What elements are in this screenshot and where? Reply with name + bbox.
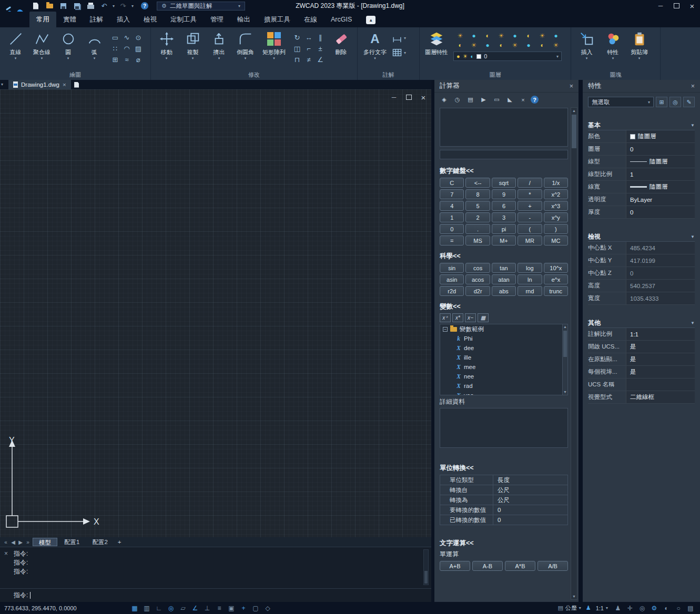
draw-small-tool-icon[interactable]: ∿ xyxy=(121,32,133,43)
unit-row-value[interactable]: 0 xyxy=(493,505,567,515)
calculator-toolbar-icon[interactable]: ◷ xyxy=(452,95,463,104)
calc-key[interactable]: rnd xyxy=(518,286,542,296)
calc-key[interactable]: = xyxy=(440,236,464,245)
chevron-down-icon[interactable] xyxy=(638,56,641,60)
tool-polyline[interactable]: 聚合線 xyxy=(29,29,55,60)
panel-label-layers[interactable]: 圖層 xyxy=(420,71,571,80)
status-toggle-icon[interactable]: ▥ xyxy=(141,603,152,612)
doc-minimize-icon[interactable] xyxy=(390,94,398,101)
layer-state-icon[interactable]: ☀ xyxy=(549,40,563,50)
calculator-toolbar-icon[interactable]: ◣ xyxy=(504,95,515,104)
drawing-canvas[interactable]: Y X xyxy=(0,89,431,537)
variable-item[interactable]: X dee xyxy=(440,343,562,353)
text-op-key[interactable]: A/B xyxy=(537,561,568,571)
calc-key[interactable]: ( xyxy=(518,224,542,234)
selection-tool-icon[interactable]: ◎ xyxy=(669,97,681,107)
layer-state-icon[interactable]: ☀ xyxy=(508,40,522,50)
modify-small-tool-icon[interactable]: ∠ xyxy=(315,54,326,65)
status-toggle-icon[interactable]: ≡ xyxy=(214,603,225,612)
tool-line[interactable]: 直線 xyxy=(3,29,28,60)
prop-row[interactable]: 中心點 X 485.4234 xyxy=(588,242,695,254)
chevron-down-icon[interactable] xyxy=(374,56,376,60)
unit-row-value[interactable]: 公尺 xyxy=(493,485,567,495)
modify-small-tool-icon[interactable]: ↔ xyxy=(303,32,315,43)
calc-key[interactable]: 1 xyxy=(440,212,464,222)
panel-label-block[interactable]: 圖塊 xyxy=(571,71,660,80)
calc-key[interactable]: trunc xyxy=(544,286,568,296)
tool-insert-block[interactable]: 插入 xyxy=(574,29,600,60)
draw-small-tool-icon[interactable]: ≈ xyxy=(121,54,133,65)
chevron-down-icon[interactable] xyxy=(586,56,588,60)
layer-state-icon[interactable]: ◐ xyxy=(481,31,494,40)
prop-row-lineweight[interactable]: 線寬 隨圖層 xyxy=(588,181,695,193)
tab-layout[interactable]: 配置2 xyxy=(86,538,113,546)
prop-row[interactable]: 註解比例 1:1 xyxy=(588,328,695,341)
layer-state-icon[interactable]: ● xyxy=(508,31,522,40)
text-op-key[interactable]: A*B xyxy=(505,561,535,571)
calc-key[interactable]: / xyxy=(518,178,542,188)
calc-key[interactable]: - xyxy=(518,212,542,222)
tool-extrude[interactable]: 擠出 xyxy=(206,29,232,60)
calc-key[interactable]: acos xyxy=(465,274,490,284)
modify-small-tool-icon[interactable]: ◫ xyxy=(291,43,303,54)
tool-clipboard[interactable]: 剪貼簿 xyxy=(626,29,652,60)
status-tool-icon[interactable]: ▤ xyxy=(685,603,696,612)
layer-state-icon[interactable]: ◐ xyxy=(453,40,467,50)
prop-row[interactable]: 在原點顯... 是 xyxy=(588,353,695,366)
status-tool-icon[interactable]: ◐ xyxy=(661,603,672,612)
prop-row-color[interactable]: 顏色 隨圖層 xyxy=(588,130,695,143)
maximize-button[interactable] xyxy=(668,0,684,12)
chevron-down-icon[interactable] xyxy=(218,56,220,60)
prop-row-thickness[interactable]: 厚度 0 xyxy=(588,206,695,219)
ribbon-tab[interactable]: 註解 xyxy=(83,12,110,27)
chevron-down-icon[interactable] xyxy=(15,56,17,60)
prop-row[interactable]: UCS 名稱 xyxy=(588,378,695,391)
chevron-down-icon[interactable] xyxy=(166,56,168,60)
collapse-icon[interactable] xyxy=(691,123,695,128)
panel-label-draw[interactable]: 繪圖 xyxy=(0,71,150,80)
selection-dropdown[interactable]: 無選取 xyxy=(588,97,654,107)
ribbon-tab[interactable]: 定制工具 xyxy=(164,12,204,27)
redo-icon[interactable] xyxy=(118,2,128,10)
help-icon[interactable] xyxy=(141,2,148,9)
panel-label-modify[interactable]: 修改 xyxy=(151,71,357,80)
calc-key[interactable]: e^x xyxy=(544,274,568,284)
layer-state-icon[interactable]: ● xyxy=(467,31,481,40)
calc-key[interactable]: asin xyxy=(440,274,464,284)
variable-item[interactable]: X rad xyxy=(440,381,562,391)
prop-row-linetype[interactable]: 線型 隨圖層 xyxy=(588,156,695,168)
close-tab-icon[interactable] xyxy=(63,81,66,88)
annotation-visibility-icon[interactable] xyxy=(586,605,591,611)
draw-small-tool-icon[interactable]: ▭ xyxy=(109,32,121,43)
calc-key[interactable]: x^3 xyxy=(544,201,568,211)
calc-key[interactable]: C xyxy=(440,178,464,188)
tab-layout[interactable]: 配置1 xyxy=(58,538,85,546)
tool-properties-palette[interactable]: 特性 xyxy=(600,29,626,60)
prop-row[interactable]: 寬度 1035.4333 xyxy=(588,292,695,305)
section-view[interactable]: 檢視 xyxy=(588,232,695,242)
coordinates-readout[interactable]: 773.6433, 295.4470, 0.0000 xyxy=(4,605,129,611)
calc-key[interactable]: x^2 xyxy=(544,189,568,199)
section-misc[interactable]: 其他 xyxy=(588,319,695,328)
calc-key[interactable]: 5 xyxy=(465,201,490,211)
tool-rect-array[interactable]: 矩形陣列 xyxy=(259,29,289,60)
new-document-icon[interactable] xyxy=(71,80,83,89)
ribbon-tab[interactable]: 檢視 xyxy=(137,12,164,27)
doc-close-icon[interactable] xyxy=(420,94,427,101)
scientific-section-header[interactable]: 科學<< xyxy=(440,252,573,261)
tool-circle[interactable]: 圓 xyxy=(55,29,81,60)
prop-row[interactable]: 中心點 Y 417.0199 xyxy=(588,254,695,267)
ribbon-tab[interactable]: ArcGIS xyxy=(324,12,359,27)
calc-key[interactable]: MS xyxy=(465,236,490,245)
tab-model[interactable]: 模型 xyxy=(33,538,57,546)
calc-key[interactable]: <-- xyxy=(465,178,490,188)
plot-icon[interactable] xyxy=(85,2,96,10)
unit-row[interactable]: 轉換自 公尺 xyxy=(440,485,567,495)
document-tab[interactable]: Drawing1.dwg xyxy=(8,80,71,89)
collapse-icon[interactable] xyxy=(691,321,695,325)
ribbon-tab[interactable]: 插入 xyxy=(110,12,137,27)
calc-key[interactable]: 4 xyxy=(440,201,464,211)
undo-icon[interactable] xyxy=(99,2,109,10)
draw-small-tool-icon[interactable]: ▨ xyxy=(133,43,144,54)
unit-row-value[interactable]: 長度 xyxy=(493,475,567,485)
